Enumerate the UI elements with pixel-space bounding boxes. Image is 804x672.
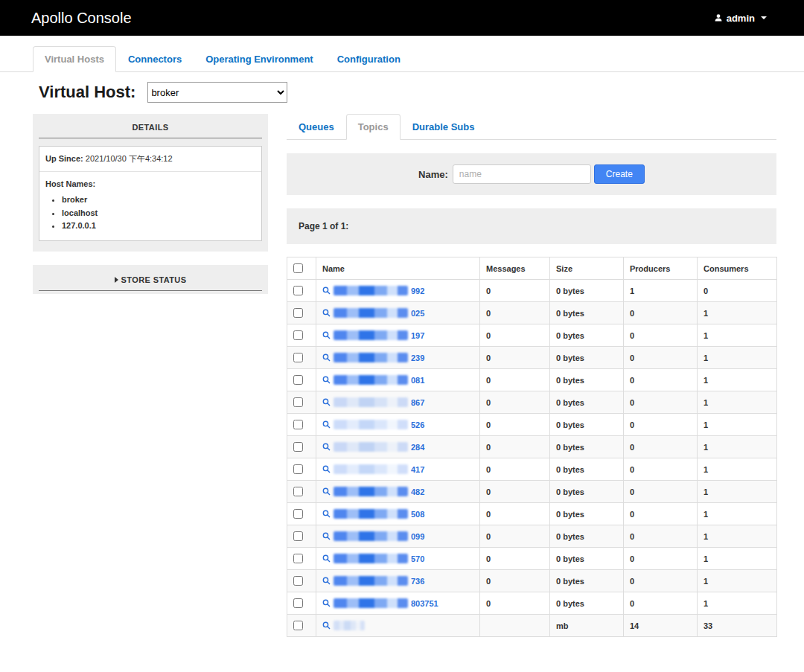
row-checkbox[interactable] [293,442,303,452]
topic-link[interactable]: 284 [322,442,473,452]
row-checkbox[interactable] [293,598,303,608]
cell-size: 0 bytes [550,280,624,302]
tab-virtual-hosts[interactable]: Virtual Hosts [33,46,116,72]
redacted-topic-name [334,598,408,608]
tab-connectors[interactable]: Connectors [116,46,194,72]
name-input[interactable] [453,164,591,184]
user-icon [714,13,723,22]
topics-table-body: 992 0 0 bytes 1 0 025 0 0 bytes 0 1 [287,280,777,637]
topic-name-suffix: 570 [411,554,424,563]
details-panel: DETAILS Up Since: 2021/10/30 下午4:34:12 H… [33,114,268,252]
row-checkbox[interactable] [293,420,303,429]
magnifier-icon [322,353,331,362]
topic-link[interactable]: 239 [322,353,473,362]
header-producers: Producers [624,257,698,280]
cell-size: 0 bytes [550,592,624,615]
cell-messages: 0 [480,548,550,570]
table-row: 099 0 0 bytes 0 1 [287,525,777,548]
topic-link[interactable]: 992 [322,286,473,295]
cell-producers: 0 [624,347,698,369]
row-checkbox[interactable] [293,621,303,630]
row-checkbox[interactable] [293,554,303,563]
redacted-topic-name [334,353,408,362]
cell-size: mb [550,615,624,637]
magnifier-icon [322,465,331,473]
virtual-host-row: Virtual Host: broker [39,82,804,103]
topic-link[interactable]: 099 [322,531,473,541]
details-toggle[interactable]: DETAILS [39,121,262,138]
redacted-topic-name [334,375,408,385]
tab-operating-environment[interactable]: Operating Environment [194,46,325,72]
row-checkbox[interactable] [293,353,303,362]
app-title: Apollo Console [31,10,132,27]
topic-link[interactable]: 025 [322,308,473,318]
tab-durable-subs[interactable]: Durable Subs [401,114,487,140]
table-row: 417 0 0 bytes 0 1 [287,458,777,481]
topic-link[interactable]: 081 [322,375,473,385]
select-all-checkbox[interactable] [293,263,303,273]
main-content: Queues Topics Durable Subs Name: Create … [287,114,776,637]
topic-link[interactable]: 482 [322,487,473,496]
topic-name-suffix: 081 [411,376,424,385]
tab-configuration[interactable]: Configuration [325,46,412,72]
host-names-section: Host Names: broker localhost 127.0.0.1 [39,171,261,240]
details-title: DETAILS [132,123,168,132]
topic-link[interactable]: 526 [322,420,473,429]
chevron-down-icon [761,16,767,19]
virtual-host-select[interactable]: broker [147,82,287,103]
topic-link[interactable]: 736 [322,576,473,586]
page-title: Virtual Host: [39,83,135,102]
store-status-toggle[interactable]: STORE STATUS [39,274,262,291]
row-checkbox[interactable] [293,308,303,318]
user-menu[interactable]: admin [714,13,767,24]
topic-name-suffix: 239 [411,353,424,362]
cell-size: 0 bytes [550,391,624,414]
cell-size: 0 bytes [550,525,624,548]
cell-consumers: 0 [698,280,777,302]
magnifier-icon [322,510,331,518]
tab-topics[interactable]: Topics [346,114,401,140]
row-checkbox[interactable] [293,509,303,519]
row-checkbox[interactable] [293,576,303,586]
cell-size: 0 bytes [550,302,624,324]
topic-link[interactable]: 803751 [322,598,473,608]
topic-link[interactable]: 417 [322,464,473,474]
collapsed-arrow-icon [115,277,118,283]
cell-consumers: 1 [698,347,777,369]
cell-consumers: 1 [698,481,777,503]
name-label: Name: [418,169,448,180]
magnifier-icon [322,621,331,630]
cell-producers: 0 [624,414,698,436]
row-checkbox[interactable] [293,330,303,340]
topic-link[interactable]: 197 [322,330,473,340]
tab-queues[interactable]: Queues [287,114,346,140]
cell-producers: 0 [624,458,698,481]
host-names-list: broker localhost 127.0.0.1 [62,193,255,233]
magnifier-icon [322,554,331,563]
topic-name-suffix: 284 [411,443,424,452]
redacted-topic-name [334,464,408,474]
topic-link[interactable] [322,621,473,630]
row-checkbox[interactable] [293,487,303,496]
row-checkbox[interactable] [293,464,303,474]
row-checkbox[interactable] [293,375,303,385]
magnifier-icon [322,599,331,607]
topic-link[interactable]: 570 [322,554,473,563]
row-checkbox[interactable] [293,286,303,295]
cell-messages: 0 [480,525,550,548]
host-names-label: Host Names: [45,179,95,188]
magnifier-icon [322,487,331,496]
cell-producers: 0 [624,369,698,391]
store-status-title: STORE STATUS [121,275,187,284]
create-button[interactable]: Create [594,164,645,184]
header-name: Name [316,257,480,280]
details-box: Up Since: 2021/10/30 下午4:34:12 Host Name… [39,146,262,241]
cell-size: 0 bytes [550,570,624,592]
cell-messages: 0 [480,324,550,347]
row-checkbox[interactable] [293,531,303,541]
topic-name-suffix: 867 [411,398,424,407]
row-checkbox[interactable] [293,397,303,407]
topic-link[interactable]: 867 [322,397,473,407]
cell-producers: 0 [624,570,698,592]
topic-link[interactable]: 508 [322,509,473,519]
